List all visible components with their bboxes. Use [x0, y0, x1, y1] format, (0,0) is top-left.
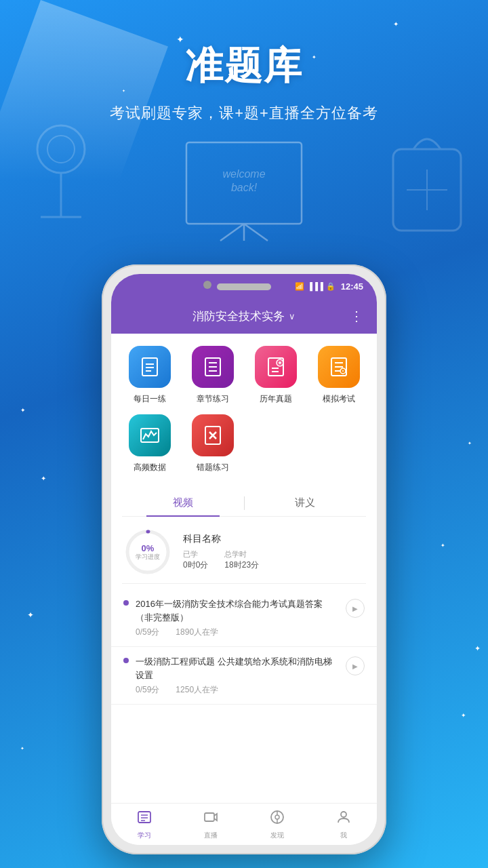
svg-point-0 [37, 125, 85, 173]
nav-profile[interactable]: 我 [310, 809, 377, 840]
lesson-item[interactable]: 一级消防工程师试题 公共建筑给水系统和消防电梯设置 0/59分 1250人在学 … [111, 647, 377, 705]
lesson-play-button[interactable]: ▶ [346, 599, 365, 618]
svg-rect-43 [205, 813, 214, 821]
lesson-content: 一级消防工程师试题 公共建筑给水系统和消防电梯设置 0/59分 1250人在学 [136, 655, 339, 696]
svg-line-9 [244, 224, 268, 241]
high-freq-button[interactable]: 高频数据 [118, 414, 181, 473]
lesson-learners: 1890人在学 [176, 627, 218, 638]
tab-video[interactable]: 视频 [122, 490, 244, 516]
lesson-title: 2016年一级消防安全技术综合能力考试真题答案（非完整版） [136, 597, 339, 624]
subject-info: 科目名称 已学 0时0分 总学时 18时23分 [183, 533, 365, 571]
nav-study[interactable]: 学习 [111, 809, 178, 840]
studied-stat: 已学 0时0分 [183, 549, 208, 571]
svg-point-48 [341, 812, 346, 817]
svg-point-3 [47, 136, 75, 163]
svg-text:back!: back! [231, 182, 258, 193]
lesson-content: 2016年一级消防安全技术综合能力考试真题答案（非完整版） 0/59分 1890… [136, 597, 339, 638]
live-icon [203, 809, 219, 829]
battery-icon: 🔒 [326, 282, 336, 291]
lesson-learners: 1250人在学 [176, 684, 218, 696]
chapter-practice-button[interactable]: 章节练习 [181, 346, 244, 405]
lesson-title: 一级消防工程师试题 公共建筑给水系统和消防电梯设置 [136, 655, 339, 682]
svg-point-45 [275, 815, 279, 819]
daily-practice-button[interactable]: 每日一练 [118, 346, 181, 405]
time-display: 12:45 [341, 281, 363, 292]
past-exam-icon [255, 346, 297, 388]
header-title-text: 消防安全技术实务 [192, 309, 285, 324]
lesson-item[interactable]: 2016年一级消防安全技术综合能力考试真题答案（非完整版） 0/59分 1890… [111, 589, 377, 647]
lesson-score: 0/59分 [136, 684, 159, 696]
study-icon [136, 809, 152, 829]
phone-camera [203, 281, 211, 289]
signal-icon: ▐▐▐ [307, 282, 323, 290]
discover-icon [269, 809, 285, 829]
app-header: 消防安全技术实务 ∨ ⋮ [111, 298, 377, 334]
phone-speaker [217, 283, 271, 290]
chevron-down-icon[interactable]: ∨ [289, 311, 296, 321]
svg-line-8 [220, 224, 244, 241]
total-stat: 总学时 18时23分 [224, 549, 259, 571]
lesson-bullet [123, 658, 129, 663]
profile-icon [336, 809, 352, 829]
phone-mockup: 📶 ▐▐▐ 🔒 12:45 消防安全技术实务 ∨ ⋮ [102, 264, 386, 854]
lesson-play-button[interactable]: ▶ [346, 656, 365, 675]
content-tabs: 视频 讲义 [122, 490, 366, 517]
function-grid: 每日一练 章节练习 [111, 334, 377, 490]
wifi-icon: 📶 [295, 282, 304, 291]
mock-exam-icon [318, 346, 360, 388]
wrong-practice-icon [192, 414, 234, 456]
subject-area: 0% 学习进度 科目名称 已学 0时0分 总学时 18时23分 [111, 517, 377, 583]
high-freq-icon [129, 414, 171, 456]
tab-handout[interactable]: 讲义 [245, 490, 367, 516]
progress-circle: 0% 学习进度 [123, 528, 172, 576]
wrong-practice-button[interactable]: 错题练习 [181, 414, 244, 473]
lesson-score: 0/59分 [136, 627, 159, 638]
svg-text:welcome: welcome [222, 168, 265, 180]
nav-discover[interactable]: 发现 [244, 809, 310, 840]
nav-live[interactable]: 直播 [178, 809, 244, 840]
chapter-practice-icon [192, 346, 234, 388]
mock-exam-button[interactable]: 模拟考试 [307, 346, 370, 405]
past-exam-button[interactable]: 历年真题 [244, 346, 307, 405]
daily-practice-icon [129, 346, 171, 388]
subject-name: 科目名称 [183, 533, 365, 545]
more-menu-button[interactable]: ⋮ [350, 308, 365, 324]
lesson-bullet [123, 600, 129, 606]
lesson-list: 2016年一级消防安全技术综合能力考试真题答案（非完整版） 0/59分 1890… [111, 584, 377, 710]
bottom-nav: 学习 直播 [111, 803, 377, 845]
